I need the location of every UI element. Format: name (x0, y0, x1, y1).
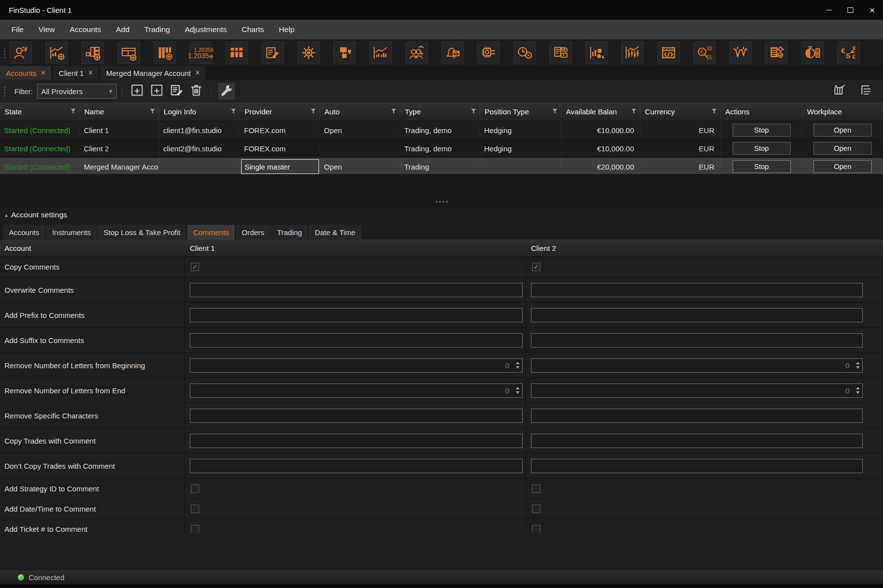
delete-account-button[interactable] (188, 83, 205, 100)
tab-settings-instruments[interactable]: Instruments (46, 225, 97, 240)
add-panel-button[interactable] (81, 41, 104, 64)
menu-accounts[interactable]: Accounts (62, 20, 108, 39)
toolbar-grip[interactable] (4, 48, 5, 58)
client2-add-ticket-checkbox[interactable] (532, 525, 540, 533)
add-merged-account-button[interactable] (148, 83, 165, 100)
client2-add-suffix-input[interactable] (531, 333, 863, 347)
client1-add-strategy-id-checkbox[interactable] (191, 484, 199, 493)
spinner-up-icon[interactable] (516, 362, 520, 364)
group-tree-button[interactable] (858, 83, 875, 100)
menu-add[interactable]: Add (108, 20, 137, 39)
column-header-actions[interactable]: Actions (721, 103, 803, 121)
column-chooser-button[interactable] (831, 83, 848, 100)
currency-exchange-button[interactable]: €S¥£ (837, 41, 860, 64)
spinner-up-icon[interactable] (516, 387, 520, 389)
client2-dont-copy-trades-comment-input[interactable] (531, 459, 863, 473)
settings-button[interactable] (297, 41, 320, 64)
column-header-state[interactable]: State (0, 103, 80, 121)
client1-dont-copy-trades-comment-input[interactable] (190, 459, 523, 473)
client1-add-date-time-checkbox[interactable] (191, 505, 199, 513)
spinner-down-icon[interactable] (516, 366, 520, 369)
menu-file[interactable]: File (4, 20, 31, 39)
tab-close-icon[interactable]: × (41, 69, 45, 77)
tab-settings-date-time[interactable]: Date & Time (309, 225, 361, 240)
provider-editor[interactable]: Single master (241, 159, 319, 174)
client2-add-prefix-input[interactable] (531, 308, 863, 322)
note-edit-button[interactable] (261, 41, 284, 64)
filter-funnel-icon[interactable] (552, 107, 558, 116)
column-header-workplace[interactable]: Workplace (803, 103, 883, 121)
account-row-client-2[interactable]: Started (Connected) Client 2 client2@fin… (0, 139, 883, 158)
client2-overwrite-comments-input[interactable] (531, 283, 863, 297)
spinner-up-icon[interactable] (856, 387, 860, 389)
edit-account-button[interactable] (168, 83, 185, 100)
client1-remove-beginning-spinner[interactable]: 0 (190, 358, 523, 373)
column-header-available-balance[interactable]: Available Balan (562, 103, 640, 121)
add-chart-button[interactable] (45, 41, 68, 64)
open-workplace-button[interactable]: Open (813, 124, 872, 137)
client2-copy-comments-checkbox[interactable] (532, 263, 540, 271)
search-values-button[interactable]: €101010 (693, 41, 716, 64)
filter-funnel-icon[interactable] (470, 107, 477, 116)
stop-button[interactable]: Stop (733, 142, 791, 155)
grid-view-button[interactable] (225, 41, 248, 64)
client2-remove-beginning-spinner[interactable]: 0 (531, 358, 863, 373)
spinner-down-icon[interactable] (516, 391, 520, 394)
account-row-client-1[interactable]: Started (Connected) Client 1 client1@fin… (0, 121, 883, 139)
column-header-name[interactable]: Name (80, 103, 159, 121)
automation-button[interactable] (477, 41, 500, 64)
minimize-button[interactable] (818, 0, 840, 20)
structure-button[interactable] (333, 41, 356, 64)
column-header-position-type[interactable]: Position Type (480, 103, 562, 121)
tab-settings-orders[interactable]: Orders (236, 225, 270, 240)
add-quote-button[interactable]: 1.20356 1.2035⊕ (189, 41, 212, 64)
timer-info-button[interactable] (801, 41, 824, 64)
client1-remove-characters-input[interactable] (190, 409, 523, 423)
client2-copy-trades-comment-input[interactable] (531, 434, 863, 448)
column-header-provider[interactable]: Provider (240, 103, 320, 121)
stop-button[interactable]: Stop (733, 124, 791, 137)
menu-view[interactable]: View (31, 20, 62, 39)
tab-close-icon[interactable]: × (88, 69, 93, 77)
billing-button[interactable] (549, 41, 572, 64)
menu-charts[interactable]: Charts (234, 20, 272, 39)
tab-close-icon[interactable]: × (195, 69, 200, 77)
client1-copy-trades-comment-input[interactable] (190, 434, 523, 448)
filterbar-grip[interactable] (4, 86, 5, 97)
tab-settings-stop-loss-take-profit[interactable]: Stop Loss & Take Profit (98, 225, 186, 240)
add-account-button[interactable] (9, 41, 32, 64)
stop-button[interactable]: Stop (733, 160, 791, 173)
portfolio-button[interactable] (585, 41, 608, 64)
column-header-type[interactable]: Type (400, 103, 480, 121)
client2-remove-characters-input[interactable] (531, 409, 863, 423)
spinner-up-icon[interactable] (856, 362, 860, 364)
statistics-button[interactable] (369, 41, 392, 64)
client2-add-strategy-id-checkbox[interactable] (532, 484, 540, 493)
client1-overwrite-comments-input[interactable] (190, 283, 523, 297)
collapse-icon[interactable]: ▴ (5, 212, 8, 218)
splitter-handle[interactable] (436, 201, 448, 203)
column-header-auto[interactable]: Auto (320, 103, 400, 121)
client1-copy-comments-checkbox[interactable] (191, 263, 199, 271)
client1-remove-end-spinner[interactable]: 0 (190, 383, 523, 398)
add-workspace-button[interactable] (117, 41, 140, 64)
filter-funnel-icon[interactable] (310, 107, 317, 116)
maximize-button[interactable] (840, 0, 861, 20)
candlestick-button[interactable] (621, 41, 644, 64)
filter-funnel-icon[interactable] (230, 107, 237, 116)
add-columns-button[interactable] (153, 41, 176, 64)
open-workplace-button[interactable]: Open (813, 160, 872, 173)
filter-funnel-icon[interactable] (711, 107, 717, 116)
provider-filter-dropdown[interactable]: All Providers ▾ (37, 84, 117, 99)
filter-funnel-icon[interactable] (631, 107, 637, 116)
tab-settings-comments[interactable]: Comments (187, 225, 235, 240)
column-header-currency[interactable]: Currency (640, 103, 721, 121)
spread-chart-button[interactable] (729, 41, 752, 64)
account-tools-button[interactable] (218, 83, 235, 100)
tab-merged-manager-account[interactable]: Merged Manager Account × (100, 66, 206, 80)
menu-adjustments[interactable]: Adjustments (177, 20, 234, 39)
tab-accounts[interactable]: Accounts × (0, 66, 51, 80)
close-button[interactable]: × (861, 0, 883, 20)
scheduler-button[interactable] (513, 41, 536, 64)
account-settings-header[interactable]: ▴ Account settings (0, 207, 883, 223)
